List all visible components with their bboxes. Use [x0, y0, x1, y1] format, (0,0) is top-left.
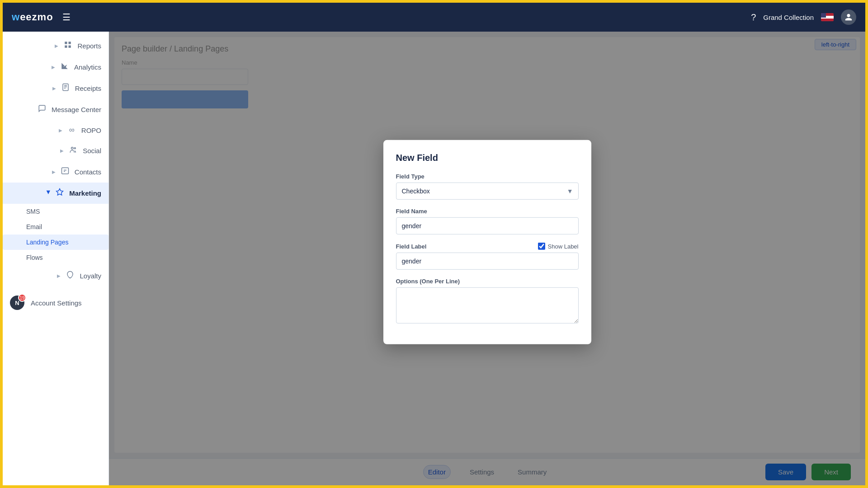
- field-type-label: Field Type: [396, 173, 579, 180]
- field-type-select[interactable]: Checkbox Text Number Date Dropdown Radio: [396, 183, 579, 200]
- sidebar-item-marketing[interactable]: ▶ Marketing: [3, 183, 108, 204]
- user-avatar-container: N 19: [10, 296, 24, 310]
- loyalty-icon: [65, 271, 75, 281]
- loyalty-chevron: ▶: [57, 273, 61, 278]
- social-chevron: ▶: [60, 148, 64, 153]
- sidebar-subitem-landing-pages-label: Landing Pages: [26, 239, 68, 246]
- avatar-icon[interactable]: [841, 9, 856, 25]
- field-type-select-wrapper: Checkbox Text Number Date Dropdown Radio…: [396, 183, 579, 200]
- field-name-group: Field Name: [396, 208, 579, 235]
- sidebar-item-message-center-label: Message Center: [52, 106, 101, 113]
- svg-rect-3: [69, 46, 71, 48]
- message-center-icon: [37, 104, 47, 115]
- show-label-wrapper: Show Label: [538, 243, 579, 250]
- sidebar-item-reports-label: Reports: [77, 42, 101, 50]
- field-label-label: Field Label: [396, 243, 427, 249]
- field-name-label: Field Name: [396, 208, 579, 215]
- svg-point-9: [74, 148, 75, 149]
- analytics-icon: [60, 62, 70, 72]
- sidebar-item-loyalty-label: Loyalty: [80, 272, 101, 280]
- social-icon: [68, 145, 78, 156]
- show-label-text: Show Label: [548, 243, 579, 249]
- help-icon[interactable]: ?: [751, 12, 756, 23]
- sidebar-item-message-center[interactable]: ▶ Message Center: [3, 99, 108, 120]
- sidebar-subitem-sms-label: SMS: [26, 208, 40, 215]
- sidebar-subitem-flows[interactable]: Flows: [3, 250, 108, 265]
- navbar: weezmo ☰ ? Grand Collection: [3, 3, 865, 32]
- field-label-row: Field Label Show Label: [396, 243, 579, 250]
- sidebar-subitem-email[interactable]: Email: [3, 219, 108, 235]
- sidebar-subitem-landing-pages[interactable]: Landing Pages: [3, 235, 108, 250]
- notification-badge: 19: [18, 294, 26, 302]
- sidebar-item-loyalty[interactable]: ▶ Loyalty: [3, 265, 108, 286]
- options-label: Options (One Per Line): [396, 278, 579, 285]
- sidebar: ▶ Reports ▶ Analytics ▶ Receipts ▶: [3, 32, 109, 485]
- ropo-chevron: ▶: [59, 128, 62, 133]
- new-field-modal: New Field Field Type Checkbox Text Numbe…: [383, 140, 591, 344]
- sidebar-item-reports[interactable]: ▶ Reports: [3, 35, 108, 56]
- sidebar-subitem-email-label: Email: [26, 223, 42, 230]
- reports-chevron: ▶: [55, 43, 58, 48]
- sidebar-item-ropo[interactable]: ▶ ∞ ROPO: [3, 120, 108, 140]
- show-label-checkbox[interactable]: [538, 243, 545, 250]
- field-type-group: Field Type Checkbox Text Number Date Dro…: [396, 173, 579, 200]
- field-name-input[interactable]: [396, 217, 579, 235]
- marketing-icon: [55, 188, 65, 198]
- sidebar-subitem-flows-label: Flows: [26, 254, 43, 261]
- svg-rect-0: [65, 42, 67, 44]
- sidebar-item-social[interactable]: ▶ Social: [3, 140, 108, 161]
- svg-rect-1: [69, 42, 71, 44]
- sidebar-item-social-label: Social: [83, 147, 101, 155]
- marketing-chevron: ▶: [46, 191, 51, 194]
- app-logo: weezmo: [12, 11, 53, 23]
- receipts-chevron: ▶: [52, 86, 56, 91]
- svg-rect-10: [61, 168, 68, 174]
- sidebar-item-account-settings[interactable]: N 19 Account Settings: [3, 290, 108, 315]
- menu-icon[interactable]: ☰: [62, 12, 71, 23]
- sidebar-item-analytics[interactable]: ▶ Analytics: [3, 56, 108, 78]
- sidebar-subitem-sms[interactable]: SMS: [3, 204, 108, 219]
- modal-title: New Field: [396, 153, 579, 163]
- sidebar-item-contacts-label: Contacts: [75, 168, 101, 176]
- contacts-chevron: ▶: [52, 169, 56, 174]
- reports-icon: [63, 41, 73, 51]
- options-textarea[interactable]: [396, 287, 579, 324]
- collection-label: Grand Collection: [763, 14, 814, 21]
- field-label-group: Field Label Show Label: [396, 243, 579, 270]
- svg-rect-2: [65, 46, 67, 48]
- sidebar-item-analytics-label: Analytics: [74, 63, 101, 71]
- language-flag[interactable]: [821, 13, 834, 21]
- main-content: Page builder / Landing Pages Name left-t…: [109, 32, 865, 485]
- account-settings-label: Account Settings: [31, 299, 82, 307]
- sidebar-item-contacts[interactable]: ▶ Contacts: [3, 161, 108, 183]
- sidebar-item-receipts[interactable]: ▶ Receipts: [3, 78, 108, 99]
- ropo-icon: ∞: [67, 126, 77, 135]
- svg-point-8: [71, 147, 74, 150]
- options-group: Options (One Per Line): [396, 278, 579, 325]
- analytics-chevron: ▶: [52, 65, 55, 70]
- sidebar-item-ropo-label: ROPO: [81, 127, 101, 134]
- sidebar-item-receipts-label: Receipts: [75, 84, 101, 92]
- sidebar-item-marketing-label: Marketing: [69, 189, 101, 197]
- receipts-icon: [61, 83, 71, 94]
- field-label-input[interactable]: [396, 253, 579, 270]
- contacts-icon: [60, 167, 70, 177]
